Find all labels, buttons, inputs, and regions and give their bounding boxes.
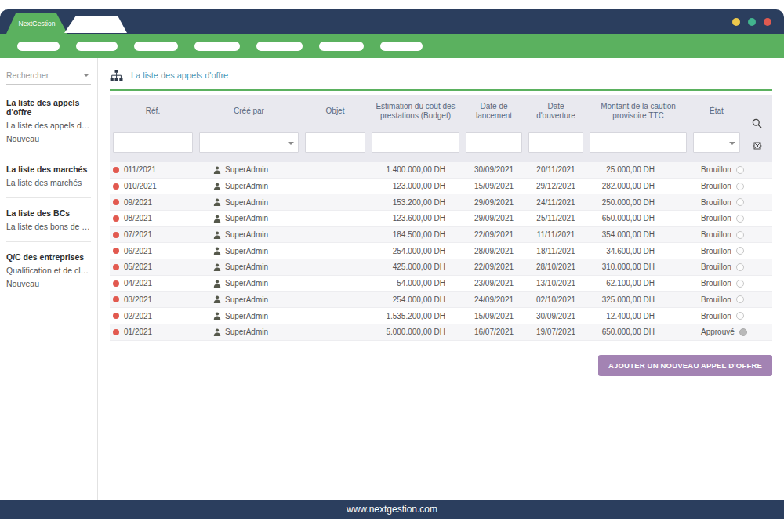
add-appel-offre-button[interactable]: AJOUTER UN NOUVEAU APPEL D'OFFRE: [598, 355, 772, 376]
filter-input-date-lancement[interactable]: [466, 132, 522, 153]
column-header-date-ouverture[interactable]: Date d'ouverture: [525, 102, 586, 121]
cell-caution: 62.100,00 DH: [586, 279, 690, 288]
table-row[interactable]: 09/2021 SuperAdmin 153.200,00 DH: [110, 194, 772, 211]
cell-budget: 254.000,00 DH: [368, 295, 463, 304]
cell-etat: Brouillon: [701, 279, 731, 288]
cell-cree-par: SuperAdmin: [225, 230, 268, 239]
cell-ref: 011/2021: [124, 165, 156, 174]
nav-menu-item-placeholder[interactable]: [194, 42, 240, 51]
cell-caution: 250.000,00 DH: [586, 198, 690, 207]
search-icon[interactable]: [752, 118, 762, 128]
cell-caution: 25.000,00 DH: [586, 165, 690, 174]
nav-menu-item-placeholder[interactable]: [17, 42, 60, 51]
sidebar-search-select[interactable]: Rechercher: [6, 66, 91, 85]
person-icon: [213, 280, 221, 288]
table-row[interactable]: 02/2021 SuperAdmin 1.535.200,00 DH: [110, 308, 772, 324]
cell-date-ouverture: 18/11/2021: [525, 247, 586, 255]
record-status-dot-icon: [113, 183, 119, 190]
person-icon: [213, 247, 221, 255]
sidebar-item[interactable]: Nouveau: [6, 277, 91, 291]
sidebar-section-title: Q/C des entreprises: [6, 252, 91, 262]
column-header-ref[interactable]: Réf.: [110, 107, 196, 116]
table-row[interactable]: 04/2021 SuperAdmin 54.000,00 DH: [110, 276, 772, 292]
nav-menu-item-placeholder[interactable]: [380, 42, 423, 51]
clear-filter-icon[interactable]: [753, 141, 762, 150]
column-header-cree-par[interactable]: Créé par: [196, 107, 302, 116]
sidebar-item[interactable]: La liste des bons de com...: [6, 220, 91, 233]
cell-ref: 01/2021: [124, 328, 152, 336]
table-row[interactable]: 05/2021 SuperAdmin 425.000,00 DH: [110, 259, 772, 276]
column-header-date-lancement[interactable]: Date de lancement: [463, 102, 525, 121]
chevron-down-icon: [729, 142, 735, 145]
cell-cree-par: SuperAdmin: [225, 182, 268, 190]
etat-state-circle-icon: [736, 215, 744, 223]
cell-date-ouverture: 28/10/2021: [525, 262, 586, 271]
sidebar-section: La liste des BCs La liste des bons de co…: [6, 198, 91, 242]
sidebar-item[interactable]: La liste des appels d'offre: [6, 119, 91, 132]
cell-ref: 06/2021: [124, 247, 152, 255]
table-row[interactable]: 08/2021 SuperAdmin 123.600,00 DH: [110, 211, 772, 227]
cell-cree-par: SuperAdmin: [225, 262, 268, 271]
column-header-budget[interactable]: Estimation du coût des prestations (Budg…: [368, 102, 463, 121]
etat-state-circle-icon: [736, 231, 744, 239]
grid-panel: Réf. Créé par Objet Estimation du coût d…: [110, 89, 772, 341]
table-row[interactable]: 03/2021 SuperAdmin 254.000,00 DH: [110, 292, 772, 309]
cell-date-lancement: 29/09/2021: [463, 198, 525, 207]
table-row[interactable]: 06/2021 SuperAdmin 254.000,00 DH: [110, 243, 772, 259]
record-status-dot-icon: [113, 264, 119, 270]
table-row[interactable]: 010/2021 SuperAdmin 123.000,00 DH: [110, 179, 772, 195]
active-page-tab-placeholder[interactable]: [64, 16, 127, 33]
cell-date-lancement: 22/09/2021: [463, 230, 525, 239]
sidebar-item[interactable]: Qualification et de classifi...: [6, 264, 91, 277]
person-icon: [213, 263, 221, 271]
table-row[interactable]: 01/2021 SuperAdmin 5.000.000,00 DH: [110, 324, 772, 341]
cell-date-ouverture: 02/10/2021: [525, 295, 586, 304]
cell-etat: Brouillon: [701, 198, 731, 207]
table-row[interactable]: 011/2021 SuperAdmin 1.400.000,00 DH: [110, 162, 772, 179]
nav-menu-item-placeholder[interactable]: [134, 42, 178, 51]
etat-state-circle-icon: [736, 183, 744, 190]
filter-input-caution[interactable]: [590, 132, 687, 153]
table-row[interactable]: 07/2021 SuperAdmin 184.500,00 DH: [110, 227, 772, 244]
filter-input-objet[interactable]: [305, 132, 365, 153]
cell-cree-par: SuperAdmin: [225, 295, 268, 304]
column-header-caution[interactable]: Montant de la caution provisoire TTC: [586, 102, 690, 121]
window-minimize-button[interactable]: [732, 18, 740, 26]
cell-date-lancement: 30/09/2021: [463, 165, 525, 174]
cell-budget: 1.535.200,00 DH: [368, 312, 463, 320]
app-window: NextGestion Rechercher La liste de: [0, 0, 784, 532]
person-icon: [213, 231, 221, 239]
filter-select-etat[interactable]: [693, 132, 740, 153]
cell-date-ouverture: 13/10/2021: [525, 279, 586, 288]
cell-ref: 02/2021: [124, 312, 152, 320]
cell-caution: 12.400,00 DH: [586, 312, 690, 320]
nav-menu-item-placeholder[interactable]: [76, 42, 118, 51]
cell-budget: 153.200,00 DH: [368, 198, 463, 207]
window-close-button[interactable]: [764, 18, 771, 26]
cell-date-ouverture: 25/11/2021: [525, 214, 586, 223]
cell-cree-par: SuperAdmin: [225, 214, 268, 223]
sidebar-item[interactable]: Nouveau: [6, 132, 91, 146]
filter-input-ref[interactable]: [113, 132, 193, 153]
person-icon: [213, 183, 221, 190]
person-icon: [213, 295, 221, 303]
cell-ref: 08/2021: [124, 214, 152, 223]
brand-tab[interactable]: NextGestion: [6, 13, 67, 34]
cell-budget: 425.000,00 DH: [368, 262, 463, 271]
window-maximize-button[interactable]: [748, 18, 756, 26]
filter-input-date-ouverture[interactable]: [528, 132, 583, 153]
chevron-down-icon: [83, 74, 89, 77]
sidebar-item[interactable]: La liste des marchés: [6, 176, 91, 190]
record-status-dot-icon: [113, 199, 119, 205]
record-status-dot-icon: [113, 232, 119, 238]
column-header-objet[interactable]: Objet: [302, 107, 368, 116]
record-status-dot-icon: [113, 248, 119, 254]
filter-select-cree-par[interactable]: [199, 132, 299, 153]
person-icon: [213, 215, 221, 223]
cell-cree-par: SuperAdmin: [225, 198, 268, 207]
sitemap-icon: [110, 70, 123, 81]
filter-input-budget[interactable]: [372, 132, 459, 153]
nav-menu-item-placeholder[interactable]: [256, 42, 303, 51]
column-header-etat[interactable]: État: [690, 107, 743, 116]
nav-menu-item-placeholder[interactable]: [319, 42, 364, 51]
